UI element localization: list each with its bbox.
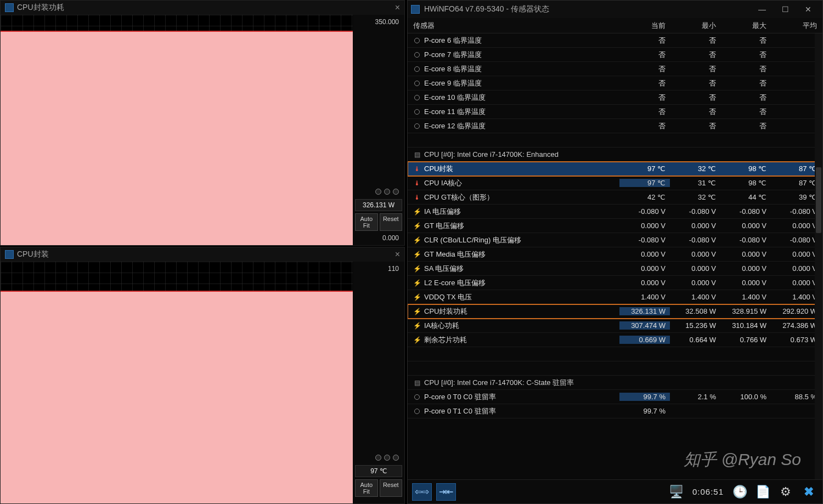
- table-row-section[interactable]: ▤CPU [#0]: Intel Core i7-14700K: C-State…: [408, 376, 822, 390]
- auto-fit-button[interactable]: Auto Fit: [355, 479, 378, 497]
- val-min: 否: [671, 50, 721, 60]
- status-bar: ⇦⇨ ⇥⇤ 🖥️ 0:06:51 🕒 📄 ⚙ ✖: [408, 479, 822, 503]
- scrollbar-thumb[interactable]: [816, 167, 821, 233]
- sensor-name: P-core 6 临界温度: [424, 36, 482, 46]
- minimize-button[interactable]: ―: [751, 2, 773, 16]
- marker-dot[interactable]: [384, 189, 390, 195]
- scrollbar[interactable]: [815, 33, 822, 479]
- val-current: 否: [621, 36, 671, 46]
- marker-dot[interactable]: [375, 189, 381, 195]
- table-row-blank: [408, 361, 822, 376]
- plot-area[interactable]: [1, 262, 353, 503]
- nav-prev-button[interactable]: ⇦⇨: [412, 483, 432, 501]
- lightning-icon: ⚡: [413, 308, 421, 315]
- app-icon: [5, 250, 14, 259]
- status-icon: [413, 80, 421, 87]
- table-row[interactable]: 🌡CPU GT核心（图形）42 ℃32 ℃44 ℃39 ℃: [408, 190, 822, 205]
- table-row[interactable]: P-core 0 T0 C0 驻留率99.7 %2.1 %100.0 %88.5…: [408, 390, 822, 404]
- val-min: -0.080 V: [671, 207, 721, 216]
- table-header[interactable]: 传感器 当前 最小 最大 平均: [408, 18, 822, 33]
- table-row[interactable]: ⚡SA 电压偏移0.000 V0.000 V0.000 V0.000 V: [408, 262, 822, 276]
- lightning-icon: ⚡: [413, 322, 421, 330]
- table-row[interactable]: E-core 8 临界温度否否否: [408, 62, 822, 76]
- lightning-icon: ⚡: [413, 336, 421, 344]
- table-row[interactable]: ⚡L2 E-core 电压偏移0.000 V0.000 V0.000 V0.00…: [408, 276, 822, 290]
- table-row[interactable]: ⚡GT 电压偏移0.000 V0.000 V0.000 V0.000 V: [408, 219, 822, 233]
- close-button[interactable]: ✕: [797, 2, 819, 16]
- table-row[interactable]: E-core 9 临界温度否否否: [408, 76, 822, 90]
- sensor-name: IA核心功耗: [424, 321, 459, 331]
- val-current: 否: [621, 107, 671, 117]
- table-row-blank: [408, 347, 822, 361]
- val-min: 0.664 W: [671, 336, 721, 344]
- status-icon: [413, 94, 421, 101]
- close-icon[interactable]: ×: [395, 250, 400, 259]
- marker-dot[interactable]: [393, 455, 399, 461]
- axis-min: [355, 499, 402, 501]
- col-max[interactable]: 最大: [721, 21, 772, 31]
- sensor-name: E-core 8 临界温度: [424, 64, 482, 74]
- table-row[interactable]: ⚡VDDQ TX 电压1.400 V1.400 V1.400 V1.400 V: [408, 290, 822, 304]
- col-sensor[interactable]: 传感器: [408, 21, 621, 31]
- table-row-section[interactable]: ▤CPU [#0]: Intel Core i7-14700K: Enhance…: [408, 148, 822, 162]
- log-icon[interactable]: 📄: [753, 483, 772, 501]
- titlebar[interactable]: HWiNFO64 v7.69-5340 - 传感器状态 ― ☐ ✕: [408, 1, 822, 18]
- graph-title[interactable]: CPU封装功耗 ×: [1, 1, 404, 15]
- val-min: 否: [671, 93, 721, 103]
- val-current: 否: [621, 121, 671, 131]
- table-row[interactable]: P-core 7 临界温度否否否: [408, 48, 822, 62]
- nav-collapse-button[interactable]: ⇥⇤: [436, 483, 456, 501]
- clock-icon[interactable]: 🕒: [730, 483, 749, 501]
- reset-button[interactable]: Reset: [380, 213, 403, 231]
- close-icon[interactable]: ×: [395, 3, 400, 13]
- table-row[interactable]: E-core 12 临界温度否否否: [408, 119, 822, 133]
- plot-area[interactable]: [1, 15, 353, 245]
- sensor-name: P-core 7 临界温度: [424, 50, 482, 60]
- lightning-icon: ⚡: [413, 251, 421, 258]
- val-max: 否: [721, 93, 772, 103]
- val-max: 0.000 V: [721, 264, 772, 273]
- sensor-name: CPU封装功耗: [424, 307, 467, 316]
- app-icon: [411, 5, 420, 14]
- maximize-button[interactable]: ☐: [774, 2, 796, 16]
- table-row[interactable]: ⚡GT Media 电压偏移0.000 V0.000 V0.000 V0.000…: [408, 247, 822, 262]
- sensor-name: 剩余芯片功耗: [424, 335, 467, 345]
- table-row[interactable]: ⚡IA核心功耗307.474 W15.236 W310.184 W274.386…: [408, 319, 822, 333]
- axis-max: 350.000: [355, 17, 402, 27]
- close-icon[interactable]: ✖: [799, 483, 818, 501]
- reset-button[interactable]: Reset: [380, 479, 403, 497]
- table-row[interactable]: P-core 6 临界温度否否否: [408, 33, 822, 48]
- table-row[interactable]: P-core 0 T1 C0 驻留率99.7 %: [408, 404, 822, 418]
- val-current: 0.000 V: [621, 222, 671, 230]
- table-row[interactable]: ⚡剩余芯片功耗0.669 W0.664 W0.766 W0.673 W: [408, 333, 822, 347]
- col-avg[interactable]: 平均: [772, 21, 822, 31]
- table-row[interactable]: 🌡CPU封装97 ℃32 ℃98 ℃87 ℃: [408, 162, 822, 176]
- table-row[interactable]: 🌡CPU IA核心97 ℃31 ℃98 ℃87 ℃: [408, 176, 822, 190]
- table-row[interactable]: E-core 10 临界温度否否否: [408, 90, 822, 105]
- status-icon: [413, 51, 421, 59]
- val-min: 0.000 V: [671, 264, 721, 273]
- col-current[interactable]: 当前: [621, 21, 671, 31]
- thermometer-icon: 🌡: [413, 179, 421, 187]
- table-row[interactable]: ⚡CLR (CBo/LLC/Ring) 电压偏移-0.080 V-0.080 V…: [408, 233, 822, 247]
- table-row[interactable]: ⚡CPU封装功耗326.131 W32.508 W328.915 W292.92…: [408, 304, 822, 319]
- lightning-icon: ⚡: [413, 208, 421, 216]
- val-min: 0.000 V: [671, 250, 721, 258]
- graph-title[interactable]: CPU封装 ×: [1, 247, 404, 262]
- settings-icon[interactable]: ⚙: [776, 483, 795, 501]
- table-row[interactable]: E-core 11 临界温度否否否: [408, 105, 822, 119]
- table-body[interactable]: P-core 6 临界温度否否否P-core 7 临界温度否否否E-core 8…: [408, 33, 822, 479]
- marker-dot[interactable]: [393, 189, 399, 195]
- monitor-icon[interactable]: 🖥️: [667, 483, 686, 501]
- sensor-name: CLR (CBo/LLC/Ring) 电压偏移: [424, 235, 521, 245]
- auto-fit-button[interactable]: Auto Fit: [355, 213, 378, 231]
- marker-dot[interactable]: [384, 455, 390, 461]
- val-current: 0.000 V: [621, 264, 671, 273]
- table-row-blank: [408, 133, 822, 148]
- col-min[interactable]: 最小: [671, 21, 721, 31]
- sensor-name: CPU封装: [424, 164, 453, 174]
- table-row[interactable]: ⚡IA 电压偏移-0.080 V-0.080 V-0.080 V-0.080 V: [408, 205, 822, 219]
- val-max: 44 ℃: [721, 193, 772, 201]
- val-current: -0.080 V: [621, 236, 671, 244]
- marker-dot[interactable]: [375, 455, 381, 461]
